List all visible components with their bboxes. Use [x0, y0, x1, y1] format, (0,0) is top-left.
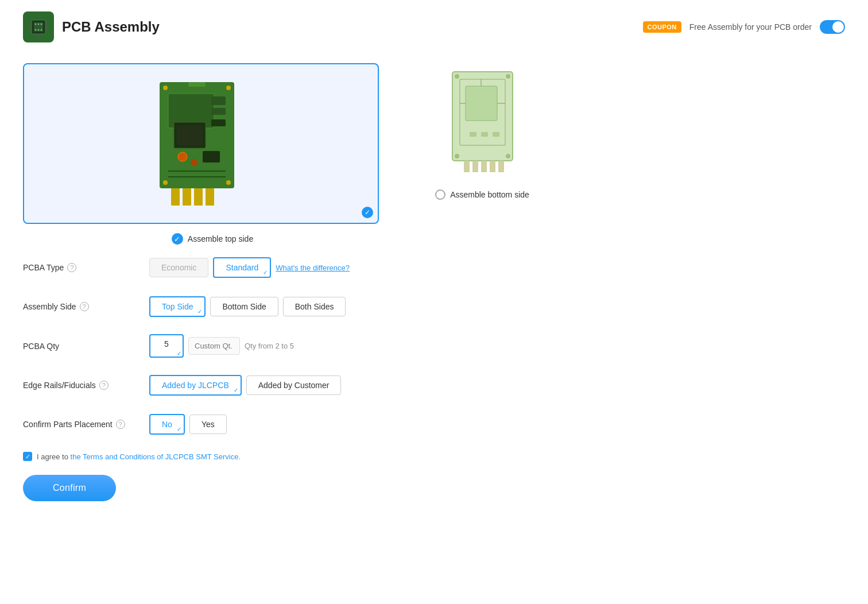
svg-point-7 — [41, 29, 42, 31]
svg-point-53 — [506, 154, 510, 158]
pcba-type-label: PCBA Type ? — [23, 263, 149, 272]
page-header: PCB Assembly COUPON Free Assembly for yo… — [23, 11, 845, 49]
assembly-side-both-btn[interactable]: Both Sides — [283, 297, 346, 316]
pcb-top-check-icon: ✓ — [362, 207, 373, 218]
confirm-parts-label: Confirm Parts Placement ? — [23, 420, 149, 429]
assemble-top-check-icon: ✓ — [172, 233, 183, 245]
svg-rect-46 — [472, 161, 478, 172]
confirm-parts-no-btn[interactable]: No — [149, 414, 185, 435]
assembly-side-row: Assembly Side ? Top Side Bottom Side Bot… — [23, 295, 402, 318]
svg-point-6 — [38, 29, 40, 31]
assemble-bottom-radio[interactable] — [435, 189, 445, 200]
svg-rect-47 — [481, 161, 487, 172]
svg-point-30 — [163, 86, 168, 90]
svg-rect-12 — [35, 34, 37, 36]
confirm-parts-controls: No Yes — [149, 414, 227, 435]
assemble-top-label-row: ✓ Assemble top side — [23, 233, 402, 245]
edge-rails-row: Edge Rails/Fiducials ? Added by JLCPCB A… — [23, 374, 402, 397]
pcb-bottom-image-container — [450, 69, 516, 183]
terms-text: I agree to the Terms and Conditions of J… — [37, 452, 241, 461]
svg-rect-10 — [45, 24, 48, 25]
svg-point-51 — [506, 74, 510, 79]
pcba-type-diff-link[interactable]: What's the difference? — [276, 264, 350, 272]
pcba-qty-controls: ✓ Qty from 2 to 5 — [149, 334, 294, 358]
svg-rect-42 — [470, 132, 476, 137]
edge-rails-jlcpcb-btn[interactable]: Added by JLCPCB — [149, 375, 242, 396]
confirm-parts-help-icon[interactable]: ? — [116, 420, 125, 429]
svg-rect-44 — [493, 132, 499, 137]
assembly-side-top-btn[interactable]: Top Side — [149, 296, 206, 317]
assemble-top-label: Assemble top side — [188, 234, 253, 243]
svg-rect-38 — [466, 86, 497, 121]
svg-point-50 — [455, 74, 459, 79]
svg-rect-17 — [194, 188, 203, 206]
svg-rect-23 — [211, 108, 226, 115]
svg-point-33 — [226, 180, 231, 185]
pcba-qty-label: PCBA Qty — [23, 342, 149, 351]
svg-rect-16 — [183, 188, 191, 206]
pcba-type-help-icon[interactable]: ? — [67, 263, 76, 272]
svg-rect-34 — [188, 82, 206, 87]
pcba-custom-qty-input[interactable] — [188, 337, 240, 355]
pcba-qty-input-wrapper: ✓ — [149, 334, 184, 358]
pcba-type-controls: Economic Standard What's the difference? — [149, 257, 350, 278]
form-section: PCBA Type ? Economic Standard What's the… — [23, 256, 402, 501]
edge-rails-customer-btn[interactable]: Added by Customer — [246, 375, 342, 395]
svg-rect-15 — [171, 188, 180, 206]
coupon-badge: COUPON — [643, 21, 681, 33]
edge-rails-controls: Added by JLCPCB Added by Customer — [149, 375, 341, 396]
header-left: PCB Assembly — [23, 11, 160, 42]
svg-rect-48 — [490, 161, 495, 172]
svg-rect-11 — [45, 27, 48, 29]
svg-rect-9 — [29, 27, 32, 29]
assembly-side-help-icon[interactable]: ? — [80, 302, 89, 311]
assembly-side-controls: Top Side Bottom Side Both Sides — [149, 296, 346, 317]
assemble-bottom-label: Assemble bottom side — [450, 190, 529, 199]
edge-rails-label: Edge Rails/Fiducials ? — [23, 381, 149, 390]
svg-rect-43 — [481, 132, 488, 137]
pcba-type-economic-btn[interactable]: Economic — [149, 258, 208, 277]
page-title: PCB Assembly — [62, 19, 160, 35]
terms-link[interactable]: the Terms and Conditions of JLCPCB SMT S… — [71, 452, 241, 461]
pcba-qty-hint: Qty from 2 to 5 — [245, 342, 294, 350]
pcba-qty-row: PCBA Qty ✓ Qty from 2 to 5 — [23, 334, 402, 358]
svg-rect-24 — [211, 119, 226, 126]
svg-rect-18 — [206, 188, 214, 206]
terms-row: ✓ I agree to the Terms and Conditions of… — [23, 452, 402, 461]
svg-rect-45 — [464, 161, 470, 172]
edge-rails-help-icon[interactable]: ? — [99, 381, 108, 390]
svg-rect-49 — [498, 161, 504, 172]
pcb-top-artwork — [157, 82, 246, 206]
pcba-type-standard-btn[interactable]: Standard — [213, 257, 271, 278]
svg-point-52 — [455, 154, 459, 158]
svg-rect-22 — [211, 96, 226, 105]
svg-point-3 — [38, 24, 40, 25]
svg-point-4 — [41, 24, 42, 25]
svg-rect-27 — [203, 151, 220, 162]
confirm-parts-row: Confirm Parts Placement ? No Yes — [23, 413, 402, 436]
svg-rect-8 — [29, 24, 32, 25]
svg-rect-21 — [177, 125, 203, 145]
svg-rect-13 — [38, 34, 40, 36]
coupon-text: Free Assembly for your PCB order — [689, 22, 812, 32]
left-panel: ✓ ✓ Assemble top side PCBA Type ? Econom… — [23, 63, 402, 501]
svg-point-25 — [178, 152, 187, 161]
header-right: COUPON Free Assembly for your PCB order — [643, 20, 845, 34]
pcb-bottom-artwork — [450, 69, 516, 181]
app-icon — [23, 11, 54, 42]
right-panel: Assemble bottom side — [425, 63, 540, 501]
assemble-bottom-label-row: Assemble bottom side — [435, 189, 529, 200]
svg-point-26 — [191, 159, 197, 166]
assembly-side-label: Assembly Side ? — [23, 302, 149, 311]
terms-checkbox[interactable]: ✓ — [23, 452, 32, 461]
pcba-qty-check-icon: ✓ — [177, 350, 181, 357]
main-content: ✓ ✓ Assemble top side PCBA Type ? Econom… — [23, 63, 845, 501]
svg-point-5 — [35, 29, 37, 31]
svg-point-2 — [35, 24, 37, 25]
assembly-side-bottom-btn[interactable]: Bottom Side — [210, 297, 278, 316]
svg-point-32 — [163, 180, 168, 185]
confirm-button[interactable]: Confirm — [23, 475, 116, 501]
confirm-parts-yes-btn[interactable]: Yes — [189, 415, 227, 434]
svg-point-31 — [226, 86, 231, 90]
assembly-toggle[interactable] — [820, 20, 845, 34]
